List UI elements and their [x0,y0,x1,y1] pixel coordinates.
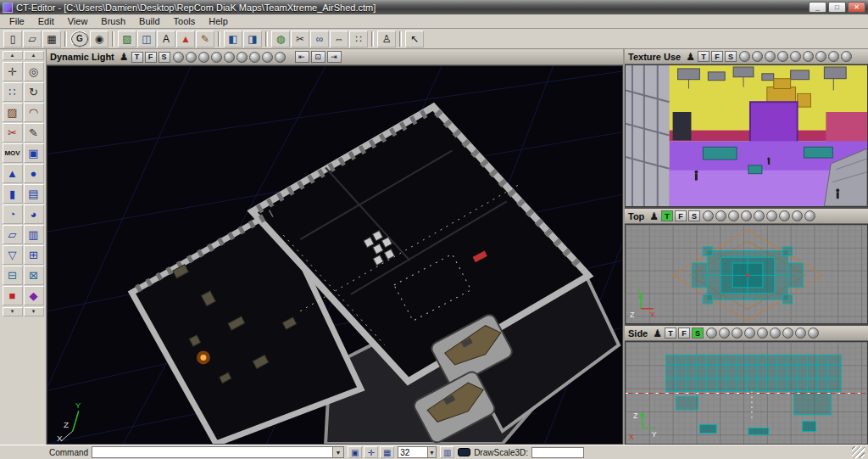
camera-forward-icon[interactable]: ⇥ [327,51,342,63]
volume-brush-tool[interactable]: ▥ [24,225,44,244]
camera-back-icon[interactable]: ⇤ [295,51,309,63]
maximize-button[interactable]: □ [828,2,846,13]
player-start-icon[interactable]: ♙ [377,31,396,48]
texture-use-mode-icon[interactable] [198,52,209,63]
snap-grid-icon[interactable]: ∷ [349,31,368,48]
lighting-mode-icon[interactable] [757,327,768,339]
textured-mode-icon[interactable] [782,327,793,339]
top-toggle-t[interactable]: T [661,210,673,221]
bsp-cut-mode-icon[interactable] [211,52,222,63]
curved-stairs-brush-tool[interactable]: ◔ [3,204,23,224]
wireframe-mode-icon[interactable] [703,210,714,221]
save-map-icon[interactable]: ▦ [42,31,61,48]
mov-tool[interactable]: MOV [3,143,23,163]
clip-tool[interactable]: ✂ [3,123,23,143]
add-brush-button[interactable]: ⊞ [24,245,44,265]
lighting-mode-icon[interactable] [754,210,765,221]
special-brush-button[interactable]: ■ [3,286,23,305]
texture-toggle-f[interactable]: F [711,51,723,62]
zoom-tool[interactable]: ◎ [24,62,44,81]
polygon-draw-tool[interactable]: ✎ [24,123,44,143]
chevron-down-icon[interactable]: ▼ [332,447,343,457]
actor-browser-icon[interactable]: A [157,31,175,48]
main-toggle-s[interactable]: S [159,52,170,63]
side-toggle-f[interactable]: F [678,327,690,339]
main-toggle-f[interactable]: F [145,52,157,63]
close-button[interactable]: ✕ [848,2,865,13]
chevron-down-icon[interactable]: ▼ [427,447,437,457]
textured-mode-icon[interactable] [815,51,826,62]
bsp-cut-mode-icon[interactable] [744,327,755,339]
zone-portal-mode-icon[interactable] [186,52,197,63]
camera-mode-icon[interactable] [808,327,819,339]
zone-portal-mode-icon[interactable] [752,51,763,62]
dynamic-light-mode-icon[interactable] [803,51,814,62]
measure-tool-icon[interactable]: ⇔ [330,31,348,48]
drawscale-input[interactable] [531,447,584,458]
wireframe-mode-icon[interactable] [706,327,717,339]
select-cursor-icon[interactable]: ↖ [405,31,424,48]
camera-move-tool[interactable]: ✛ [3,62,23,81]
camera-mode-icon[interactable] [275,52,286,63]
dynamic-light-mode-icon[interactable] [766,210,777,221]
brush-edit-tool[interactable]: ▣ [24,143,44,163]
depth-complexity-mode-icon[interactable] [828,51,839,62]
toolbar-icon[interactable] [64,31,67,47]
bsp-cut-mode-icon[interactable] [777,51,788,62]
mesh-browser-icon[interactable]: ◫ [137,31,156,48]
wireframe-mode-icon[interactable] [739,51,750,62]
command-input[interactable] [92,447,332,457]
search-icon[interactable]: G [70,31,89,48]
main-toggle-t[interactable]: T [131,52,143,63]
texture-rotate-tool[interactable]: ◠ [24,103,44,122]
new-map-icon[interactable]: ▯ [3,31,22,48]
mover-brush-button[interactable]: ◆ [24,286,44,305]
resize-grip[interactable] [852,446,865,458]
minimize-button[interactable]: _ [809,2,826,13]
subtract-brush-button[interactable]: ⊟ [3,266,23,285]
toolbar-icon[interactable] [112,31,114,47]
menu-brush[interactable]: Brush [94,15,132,28]
menu-edit[interactable]: Edit [31,15,61,28]
prefab-browser-icon[interactable]: ▲ [176,31,195,48]
spiral-stairs-brush-tool[interactable]: ◕ [24,204,44,224]
depth-complexity-mode-icon[interactable] [262,52,273,63]
main-3d-scene[interactable]: Y Z X [47,65,623,445]
side-view-scene[interactable]: Z Y X [625,341,868,445]
split-vertical-icon[interactable]: ◨ [243,31,262,48]
bsp-cut-mode-icon[interactable] [741,210,752,221]
camera-mode-icon[interactable] [804,210,815,221]
textured-mode-icon[interactable] [249,52,260,63]
texture-use-mode-icon[interactable] [765,51,776,62]
scroll-up-icon[interactable]: ▲ [3,51,23,60]
menu-help[interactable]: Help [202,15,235,28]
drawscale-toggle[interactable] [458,448,470,456]
lighting-mode-icon[interactable] [224,52,235,63]
menu-file[interactable]: File [3,15,31,28]
player-icon[interactable]: ♟ [649,211,659,221]
texture-use-scene[interactable] [625,64,868,207]
grid-snap-icon[interactable]: ▦ [380,446,394,458]
menu-build[interactable]: Build [132,15,166,28]
cylinder-brush-tool[interactable]: ▮ [3,184,23,204]
move-mode-icon[interactable]: ✛ [364,446,378,458]
grid-size-combobox[interactable]: ▼ [398,446,437,458]
texture-toggle-s[interactable]: S [725,51,737,62]
terrain-brush-tool[interactable]: ▽ [3,245,23,265]
player-icon[interactable]: ♟ [686,52,695,62]
open-map-icon[interactable]: ▱ [23,31,42,48]
side-toggle-s[interactable]: S [692,327,704,339]
depth-complexity-mode-icon[interactable] [795,327,806,339]
sheet-brush-tool[interactable]: ▱ [3,225,23,244]
stairs-brush-tool[interactable]: ▤ [24,184,44,204]
texture-use-mode-icon[interactable] [728,210,739,221]
textured-mode-icon[interactable] [779,210,790,221]
menu-view[interactable]: View [61,15,95,28]
command-combobox[interactable]: ▼ [92,446,344,458]
cut-tool-icon[interactable]: ✂ [291,31,309,48]
split-horizontal-icon[interactable]: ◧ [224,31,242,48]
top-view-scene[interactable]: Y X Z [625,224,868,324]
titlebar[interactable]: CT-Editor - [C:\Users\Damien\Desktop\Rep… [0,0,868,14]
texture-use-mode-icon[interactable] [732,327,743,339]
scroll-up-icon[interactable]: ▲ [24,51,44,60]
